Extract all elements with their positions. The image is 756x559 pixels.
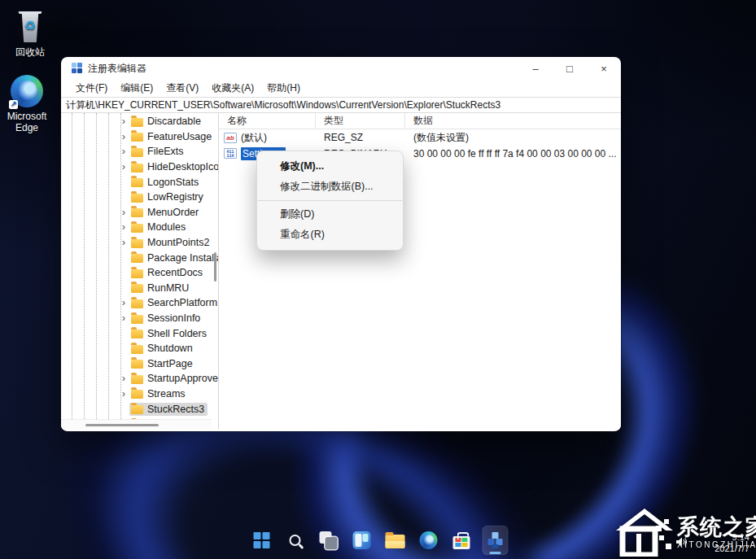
recycle-bin-icon: ♻ <box>18 11 42 42</box>
tree-item[interactable]: ›Modules <box>61 220 212 235</box>
chevron-right-icon[interactable]: › <box>118 132 129 142</box>
menu-help[interactable]: 帮助(H) <box>260 80 307 97</box>
folder-icon <box>131 284 143 293</box>
folder-icon <box>131 375 143 384</box>
chevron-right-icon[interactable]: › <box>118 207 129 217</box>
minimize-button[interactable]: – <box>518 57 553 80</box>
tree-item-stuckrects3[interactable]: StuckRects3 <box>61 401 212 417</box>
chevron-right-icon[interactable]: › <box>118 389 129 399</box>
menu-item-modify[interactable]: 修改(M)... <box>257 156 403 177</box>
menu-bar: 文件(F) 编辑(E) 查看(V) 收藏夹(A) 帮助(H) <box>61 80 621 97</box>
search-icon <box>289 535 300 546</box>
store-button[interactable] <box>448 526 474 555</box>
column-header-name[interactable]: 名称 <box>219 113 316 129</box>
registry-editor-icon <box>486 531 504 549</box>
vertical-scrollbar[interactable] <box>214 252 216 282</box>
edge-icon: ↗ <box>11 75 43 107</box>
column-header-type[interactable]: 类型 <box>316 113 405 129</box>
registry-editor-taskbar-button[interactable] <box>482 526 508 555</box>
menu-favorites[interactable]: 收藏夹(A) <box>205 80 260 97</box>
watermark-title: 系统之家 <box>677 516 756 539</box>
search-button[interactable] <box>282 526 308 555</box>
folder-icon <box>131 208 143 217</box>
tree-item[interactable]: Package Installa <box>61 250 212 265</box>
desktop-icon-label: Microsoft Edge <box>2 111 52 133</box>
tree-item[interactable]: Shell Folders <box>61 325 212 341</box>
registry-tree-pane[interactable]: ›Discardable ›FeatureUsage ›FileExts ›Hi… <box>61 113 218 430</box>
binary-value-icon: 011110 <box>224 148 237 159</box>
edge-icon <box>419 531 437 549</box>
tree-item[interactable]: RunMRU <box>61 281 212 296</box>
store-icon <box>453 536 470 549</box>
menu-view[interactable]: 查看(V) <box>160 80 205 97</box>
folder-icon <box>131 148 143 157</box>
chevron-right-icon[interactable]: › <box>118 162 129 172</box>
folder-icon <box>131 330 143 338</box>
regedit-app-icon <box>72 63 83 74</box>
close-button[interactable]: × <box>587 57 621 80</box>
watermark-subtitle: XITONGZHIJIA.NET <box>677 540 756 549</box>
tree-item[interactable]: StartPage <box>61 356 212 372</box>
folder-icon <box>131 224 143 233</box>
column-header-data[interactable]: 数据 <box>405 113 621 129</box>
tree-item[interactable]: ›FeatureUsage <box>61 129 212 145</box>
widgets-icon <box>352 531 370 549</box>
context-menu: 修改(M)... 修改二进制数据(B)... 删除(D) 重命名(R) <box>256 151 404 251</box>
desktop-icon-recycle-bin[interactable]: ♻ 回收站 <box>5 5 55 59</box>
task-view-button[interactable] <box>315 526 341 555</box>
xitongzhijia-house-icon <box>615 506 675 557</box>
tree-item[interactable]: ›SearchPlatform <box>61 295 212 311</box>
chevron-right-icon[interactable]: › <box>118 238 129 247</box>
tree-item[interactable]: ›Streams <box>61 386 212 402</box>
folder-icon <box>131 405 143 414</box>
watermark: 系统之家 XITONGZHIJIA.NET <box>615 506 756 557</box>
horizontal-scrollbar[interactable] <box>61 419 212 430</box>
chevron-right-icon[interactable]: › <box>118 313 129 323</box>
start-icon <box>253 532 269 548</box>
chevron-right-icon[interactable]: › <box>118 373 129 383</box>
tree-item[interactable]: ›SessionInfo <box>61 311 212 326</box>
shortcut-arrow-icon: ↗ <box>9 100 18 109</box>
menu-item-rename[interactable]: 重命名(R) <box>257 225 403 245</box>
folder-icon <box>131 390 143 399</box>
menu-edit[interactable]: 编辑(E) <box>114 80 160 97</box>
chevron-right-icon[interactable]: › <box>118 298 129 308</box>
menu-item-modify-binary[interactable]: 修改二进制数据(B)... <box>257 177 403 197</box>
tree-item[interactable]: ›Discardable <box>61 114 212 129</box>
folder-icon <box>131 299 143 308</box>
tree-item[interactable]: LogonStats <box>61 174 212 190</box>
value-row-default[interactable]: ab(默认) REG_SZ (数值未设置) <box>219 130 621 146</box>
menu-separator <box>258 200 402 201</box>
title-bar[interactable]: 注册表编辑器 – □ × <box>61 57 621 80</box>
tree-item[interactable]: ›HideDesktopIco <box>61 159 212 175</box>
folder-icon <box>131 133 143 142</box>
desktop-icon-label: 回收站 <box>5 46 55 59</box>
chevron-right-icon[interactable]: › <box>118 222 129 232</box>
tree-item[interactable]: ›FileExts <box>61 144 212 159</box>
edge-button[interactable] <box>415 526 441 555</box>
tree-item[interactable]: ›MountPoints2 <box>61 235 212 251</box>
menu-file[interactable]: 文件(F) <box>69 80 114 97</box>
string-value-icon: ab <box>224 133 237 143</box>
widgets-button[interactable] <box>348 526 374 555</box>
address-bar[interactable]: 计算机\HKEY_CURRENT_USER\Software\Microsoft… <box>61 97 621 113</box>
folder-icon <box>131 178 143 187</box>
maximize-button[interactable]: □ <box>553 57 587 80</box>
folder-icon <box>131 345 143 354</box>
menu-item-delete[interactable]: 删除(D) <box>257 204 403 225</box>
folder-icon <box>131 269 143 278</box>
tree-item[interactable]: ›StartupApprove <box>61 371 212 386</box>
file-explorer-button[interactable] <box>382 526 408 555</box>
folder-icon <box>131 315 143 324</box>
desktop: ♻ 回收站 ↗ Microsoft Edge 注册表编辑器 – □ × <box>0 0 756 559</box>
desktop-icon-edge[interactable]: ↗ Microsoft Edge <box>2 70 52 133</box>
start-button[interactable] <box>248 526 274 555</box>
chevron-right-icon[interactable]: › <box>118 146 129 156</box>
tree-item[interactable]: Shutdown <box>61 341 212 356</box>
tree-item[interactable]: ›MenuOrder <box>61 205 212 221</box>
tree-item[interactable]: LowRegistry <box>61 190 212 205</box>
scrollbar-thumb[interactable] <box>85 424 159 426</box>
chevron-right-icon[interactable]: › <box>118 116 129 126</box>
tree-item[interactable]: RecentDocs <box>61 265 212 281</box>
folder-icon <box>131 164 143 173</box>
